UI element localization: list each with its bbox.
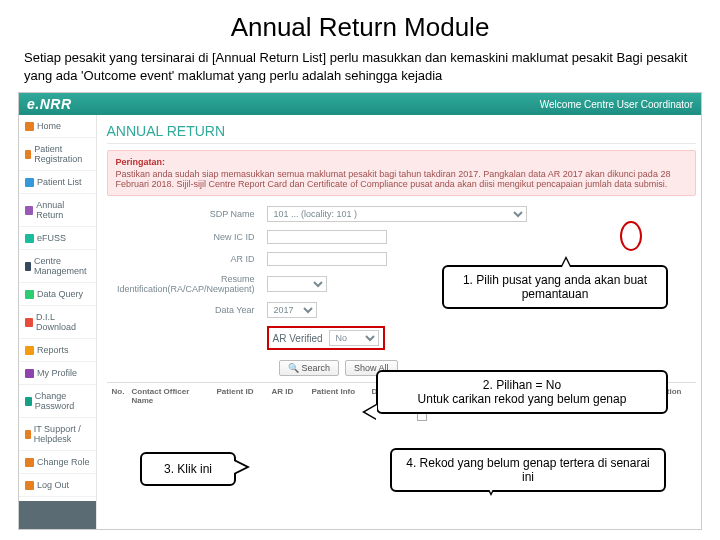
- sidebar-item-label: Log Out: [37, 480, 69, 490]
- sidebar-item-label: D.I.L Download: [36, 312, 90, 332]
- register-icon: [25, 150, 31, 159]
- search-button-label: Search: [302, 363, 331, 373]
- search-icon: 🔍: [288, 363, 299, 373]
- sidebar-item-label: My Profile: [37, 368, 77, 378]
- callout-4: 4. Rekod yang belum genap tertera di sen…: [390, 448, 666, 492]
- callout-3: 3. Klik ini: [140, 452, 236, 486]
- callout-2: 2. Pilihan = No Untuk carikan rekod yang…: [376, 370, 668, 414]
- sidebar-item-efuss[interactable]: eFUSS: [19, 227, 96, 250]
- sidebar-item-label: Home: [37, 121, 61, 131]
- return-icon: [25, 206, 33, 215]
- ar-verified-select[interactable]: No: [329, 330, 379, 346]
- label-verify: Resume Identification(RA/CAP/Newpatient): [107, 274, 267, 294]
- sidebar-item-patient-registration[interactable]: Patient Registration: [19, 138, 96, 171]
- home-icon: [25, 122, 34, 131]
- arid-input[interactable]: [267, 252, 387, 266]
- sidebar-item-data-query[interactable]: Data Query: [19, 283, 96, 306]
- row-nrric: New IC ID: [107, 230, 696, 244]
- alert-box: Peringatan: Pastikan anda sudah siap mem…: [107, 150, 696, 196]
- sidebar-item-logout[interactable]: Log Out: [19, 474, 96, 497]
- sdp-select[interactable]: 101 ... (locality: 101 ): [267, 206, 527, 222]
- list-icon: [25, 178, 34, 187]
- sidebar-item-label: eFUSS: [37, 233, 66, 243]
- sidebar-item-change-role[interactable]: Change Role: [19, 451, 96, 474]
- profile-icon: [25, 369, 34, 378]
- reports-icon: [25, 346, 34, 355]
- topbar: e.NRR Welcome Centre User Coordinator: [19, 93, 701, 115]
- centre-icon: [25, 262, 31, 271]
- sidebar-item-label: Centre Management: [34, 256, 89, 276]
- sidebar-item-my-profile[interactable]: My Profile: [19, 362, 96, 385]
- sidebar-item-change-password[interactable]: Change Password: [19, 385, 96, 418]
- search-button[interactable]: 🔍Search: [279, 360, 340, 376]
- alert-title: Peringatan:: [116, 157, 687, 167]
- sidebar-item-label: Patient List: [37, 177, 82, 187]
- label-nrric: New IC ID: [107, 232, 267, 242]
- th-patientinfo: Patient Info: [309, 387, 369, 405]
- th-arid: AR ID: [269, 387, 309, 405]
- slide-description: Setiap pesakit yang tersinarai di [Annua…: [0, 49, 720, 92]
- label-ar-verified-text: AR Verified: [273, 333, 323, 344]
- alert-body: Pastikan anda sudah siap memasukkan semu…: [116, 169, 671, 189]
- sidebar-item-label: Annual Return: [36, 200, 89, 220]
- query-icon: [25, 290, 34, 299]
- highlight-circle-sdp: [620, 221, 642, 251]
- th-no: No.: [109, 387, 129, 405]
- row-arid: AR ID: [107, 252, 696, 266]
- th-patientid: Patient ID: [214, 387, 269, 405]
- year-select[interactable]: 2017: [267, 302, 317, 318]
- row-sdp: SDP Name 101 ... (locality: 101 ): [107, 206, 696, 222]
- role-icon: [25, 458, 34, 467]
- label-sdp: SDP Name: [107, 209, 267, 219]
- nrric-input[interactable]: [267, 230, 387, 244]
- welcome-text: Welcome Centre User Coordinator: [540, 99, 693, 110]
- logout-icon: [25, 481, 34, 490]
- th-officer: Contact Officer Name: [129, 387, 214, 405]
- app-logo: e.NRR: [27, 96, 72, 112]
- label-arid: AR ID: [107, 254, 267, 264]
- sidebar-item-label: Data Query: [37, 289, 83, 299]
- sidebar-item-label: Change Password: [35, 391, 90, 411]
- sidebar-item-label: Change Role: [37, 457, 90, 467]
- efuss-icon: [25, 234, 34, 243]
- sidebar: Home Patient Registration Patient List A…: [19, 115, 97, 529]
- download-icon: [25, 318, 33, 327]
- sidebar-item-label: Reports: [37, 345, 69, 355]
- sidebar-item-label: IT Support / Helpdesk: [34, 424, 90, 444]
- sidebar-item-label: Patient Registration: [34, 144, 89, 164]
- label-year: Data Year: [107, 305, 267, 315]
- verify-select[interactable]: [267, 276, 327, 292]
- sidebar-item-centre-mgmt[interactable]: Centre Management: [19, 250, 96, 283]
- sidebar-footer: [19, 501, 96, 529]
- sidebar-item-reports[interactable]: Reports: [19, 339, 96, 362]
- slide-title: Annual Return Module: [0, 0, 720, 49]
- row-ar-verified: AR Verified No: [107, 326, 696, 350]
- page-heading: ANNUAL RETURN: [107, 121, 696, 144]
- sidebar-item-dil-download[interactable]: D.I.L Download: [19, 306, 96, 339]
- sidebar-item-annual-return[interactable]: Annual Return: [19, 194, 96, 227]
- support-icon: [25, 430, 31, 439]
- callout-1: 1. Pilih pusat yang anda akan buat peman…: [442, 265, 668, 309]
- sidebar-item-home[interactable]: Home: [19, 115, 96, 138]
- sidebar-item-patient-list[interactable]: Patient List: [19, 171, 96, 194]
- sidebar-item-support[interactable]: IT Support / Helpdesk: [19, 418, 96, 451]
- verified-highlight: AR Verified No: [267, 326, 385, 350]
- password-icon: [25, 397, 32, 406]
